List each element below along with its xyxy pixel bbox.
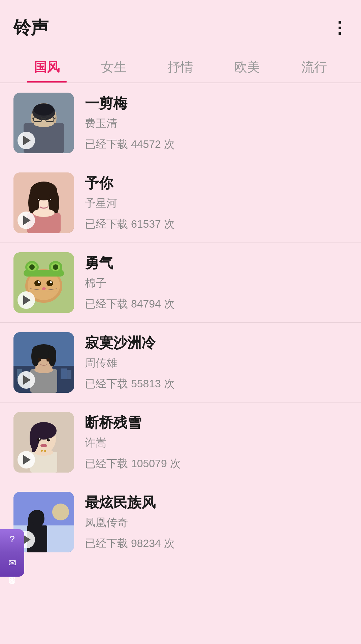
- song-title: 一剪梅: [85, 94, 348, 113]
- help-icon: ?: [9, 534, 15, 545]
- svg-point-69: [37, 438, 41, 442]
- song-artist: 许嵩: [85, 436, 348, 450]
- list-item: 予你 予星河 已经下载 61537 次: [0, 163, 361, 243]
- tab-liuxing[interactable]: 流行: [281, 53, 348, 83]
- song-title: 最炫民族风: [85, 493, 348, 512]
- play-icon: [23, 455, 31, 464]
- play-icon: [23, 216, 31, 225]
- song-artist: 予星河: [85, 196, 348, 211]
- tab-shuqing[interactable]: 抒情: [147, 53, 214, 83]
- song-info: 勇气 棉子 已经下载 84794 次: [85, 254, 348, 312]
- song-list: 一剪梅 费玉清 已经下载 44572 次: [0, 83, 361, 562]
- song-info: 寂寞沙洲冷 周传雄 已经下载 55813 次: [85, 333, 348, 391]
- song-downloads: 已经下载 55813 次: [85, 377, 348, 391]
- svg-point-37: [46, 280, 53, 286]
- play-button[interactable]: [18, 132, 35, 149]
- song-downloads: 已经下载 44572 次: [85, 137, 348, 152]
- svg-point-56: [34, 366, 53, 373]
- play-button[interactable]: [18, 371, 35, 389]
- category-tabs: 国风 女生 抒情 欧美 流行: [0, 46, 361, 83]
- play-icon: [23, 295, 31, 305]
- play-button[interactable]: [18, 212, 35, 229]
- header: 铃声 ⋮: [0, 0, 361, 46]
- song-title: 予你: [85, 174, 348, 193]
- song-info: 最炫民族风 凤凰传奇 已经下载 98234 次: [85, 493, 348, 551]
- song-downloads: 已经下载 105079 次: [85, 456, 348, 471]
- song-thumbnail: [13, 412, 74, 473]
- svg-point-77: [52, 504, 69, 520]
- svg-point-35: [53, 264, 58, 270]
- svg-point-68: [44, 450, 46, 452]
- song-thumbnail: [13, 332, 74, 393]
- song-title: 勇气: [85, 254, 348, 272]
- svg-point-72: [48, 438, 50, 440]
- svg-point-22: [38, 199, 39, 200]
- song-downloads: 已经下载 61537 次: [85, 217, 348, 232]
- play-button[interactable]: [18, 291, 35, 309]
- svg-point-57: [38, 358, 41, 362]
- song-artist: 费玉清: [85, 116, 348, 131]
- tab-guofeng[interactable]: 国风: [13, 53, 80, 83]
- play-button[interactable]: [18, 451, 35, 469]
- song-downloads: 已经下载 84794 次: [85, 297, 348, 312]
- help-button[interactable]: ? 帮助: [0, 529, 24, 553]
- play-icon: [23, 535, 31, 544]
- svg-point-39: [50, 281, 52, 283]
- tab-oumei[interactable]: 欧美: [214, 53, 281, 83]
- svg-rect-49: [61, 368, 67, 379]
- mail-icon: ✉: [8, 557, 16, 569]
- svg-point-19: [33, 209, 55, 217]
- help-label: 帮助: [7, 547, 17, 548]
- song-title: 寂寞沙洲冷: [85, 333, 348, 352]
- side-float-panel: ? 帮助 ✉ 客服: [0, 529, 24, 577]
- svg-point-71: [39, 438, 40, 440]
- svg-point-23: [50, 199, 51, 200]
- song-thumbnail: [13, 252, 74, 313]
- service-label: 客服: [7, 571, 17, 572]
- svg-rect-50: [67, 370, 71, 379]
- song-title: 断桥残雪: [85, 413, 348, 432]
- play-icon: [23, 136, 31, 145]
- song-info: 予你 予星河 已经下载 61537 次: [85, 174, 348, 232]
- song-info: 断桥残雪 许嵩 已经下载 105079 次: [85, 413, 348, 471]
- song-artist: 凤凰传奇: [85, 515, 348, 530]
- app-title: 铃声: [13, 16, 48, 40]
- svg-point-67: [41, 450, 43, 452]
- song-thumbnail: [13, 172, 74, 233]
- svg-point-38: [38, 281, 40, 283]
- list-item: 寂寞沙洲冷 周传雄 已经下载 55813 次: [0, 323, 361, 402]
- tab-nvsheng[interactable]: 女生: [80, 53, 147, 83]
- svg-point-53: [31, 346, 39, 366]
- song-info: 一剪梅 费玉清 已经下载 44572 次: [85, 94, 348, 152]
- svg-point-70: [47, 438, 50, 442]
- song-thumbnail: [13, 93, 74, 153]
- song-artist: 周传雄: [85, 356, 348, 371]
- song-artist: 棉子: [85, 276, 348, 291]
- more-menu-button[interactable]: ⋮: [331, 20, 348, 36]
- svg-point-73: [40, 444, 47, 447]
- svg-point-36: [34, 280, 41, 286]
- list-item: 最炫民族风 凤凰传奇 已经下载 98234 次: [0, 482, 361, 562]
- svg-point-66: [34, 449, 53, 456]
- svg-point-40: [42, 287, 46, 290]
- song-downloads: 已经下载 98234 次: [85, 536, 348, 551]
- list-item: 一剪梅 费玉清 已经下载 44572 次: [0, 83, 361, 163]
- svg-point-34: [29, 264, 35, 270]
- list-item: 断桥残雪 许嵩 已经下载 105079 次: [0, 402, 361, 482]
- svg-point-54: [48, 346, 56, 366]
- svg-point-20: [36, 198, 40, 202]
- play-icon: [23, 375, 31, 385]
- svg-point-58: [46, 358, 50, 362]
- svg-point-4: [34, 103, 54, 116]
- list-item: 勇气 棉子 已经下载 84794 次: [0, 243, 361, 323]
- service-button[interactable]: ✉ 客服: [0, 553, 24, 577]
- svg-point-21: [48, 198, 52, 202]
